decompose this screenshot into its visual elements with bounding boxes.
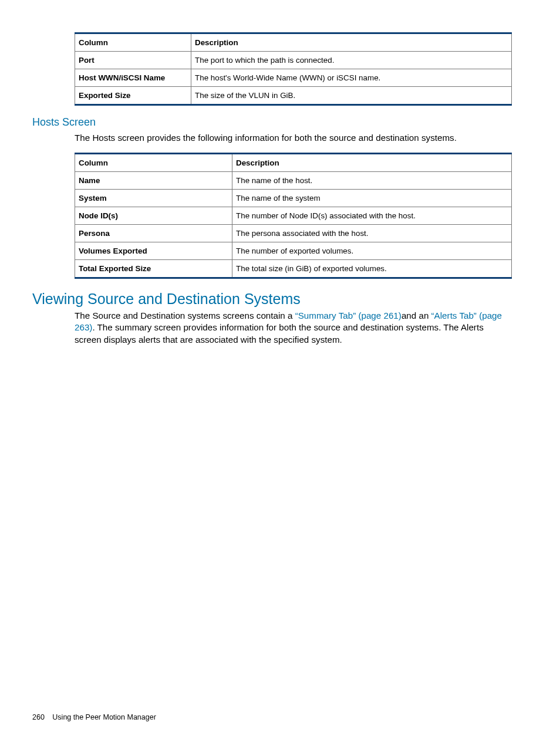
table-cell-label: Total Exported Size xyxy=(75,259,232,278)
table-cell-desc: The host's World-Wide Name (WWN) or iSCS… xyxy=(191,69,512,87)
table-row: Port The port to which the path is conne… xyxy=(75,52,512,69)
table-row: System The name of the system xyxy=(75,189,512,207)
table-row: Exported Size The size of the VLUN in Gi… xyxy=(75,87,512,105)
page-footer: 260 Using the Peer Motion Manager xyxy=(32,713,156,721)
text-fragment: The Source and Destination systems scree… xyxy=(75,310,295,320)
table-cell-label: Persona xyxy=(75,224,232,242)
text-fragment: . The summary screen provides informatio… xyxy=(75,322,484,345)
table-header: Column xyxy=(75,153,232,171)
table-row: Node ID(s) The number of Node ID(s) asso… xyxy=(75,207,512,224)
table-row: Persona The persona associated with the … xyxy=(75,224,512,242)
viewing-systems-heading: Viewing Source and Destination Systems xyxy=(32,291,512,308)
table-cell-label: Node ID(s) xyxy=(75,207,232,224)
table-row: Name The name of the host. xyxy=(75,171,512,189)
table-cell-desc: The number of exported volumes. xyxy=(232,242,512,259)
table-cell-label: Host WWN/iSCSI Name xyxy=(75,69,191,87)
footer-section-title: Using the Peer Motion Manager xyxy=(52,713,156,721)
text-fragment: and an xyxy=(402,310,431,320)
table-row: Total Exported Size The total size (in G… xyxy=(75,259,512,278)
table-cell-label: Name xyxy=(75,171,232,189)
table-header: Description xyxy=(191,33,512,52)
page-number: 260 xyxy=(32,713,45,721)
viewing-systems-paragraph: The Source and Destination systems scree… xyxy=(75,310,512,346)
vlun-columns-table: Column Description Port The port to whic… xyxy=(75,32,512,106)
table-row: Host WWN/iSCSI Name The host's World-Wid… xyxy=(75,69,512,87)
table-cell-desc: The name of the host. xyxy=(232,171,512,189)
hosts-screen-intro: The Hosts screen provides the following … xyxy=(75,132,512,144)
table-cell-desc: The size of the VLUN in GiB. xyxy=(191,87,512,105)
table-cell-desc: The number of Node ID(s) associated with… xyxy=(232,207,512,224)
table-cell-desc: The name of the system xyxy=(232,189,512,207)
table-cell-label: Port xyxy=(75,52,191,69)
table-cell-desc: The port to which the path is connected. xyxy=(191,52,512,69)
table-header: Column xyxy=(75,33,191,52)
hosts-columns-table: Column Description Name The name of the … xyxy=(75,153,512,279)
table-cell-label: Volumes Exported xyxy=(75,242,232,259)
hosts-screen-heading: Hosts Screen xyxy=(32,116,512,129)
table-header: Description xyxy=(232,153,512,171)
table-cell-desc: The persona associated with the host. xyxy=(232,224,512,242)
table-cell-desc: The total size (in GiB) of exported volu… xyxy=(232,259,512,278)
table-cell-label: Exported Size xyxy=(75,87,191,105)
table-row: Volumes Exported The number of exported … xyxy=(75,242,512,259)
summary-tab-link[interactable]: “Summary Tab” (page 261) xyxy=(295,310,402,320)
table-cell-label: System xyxy=(75,189,232,207)
